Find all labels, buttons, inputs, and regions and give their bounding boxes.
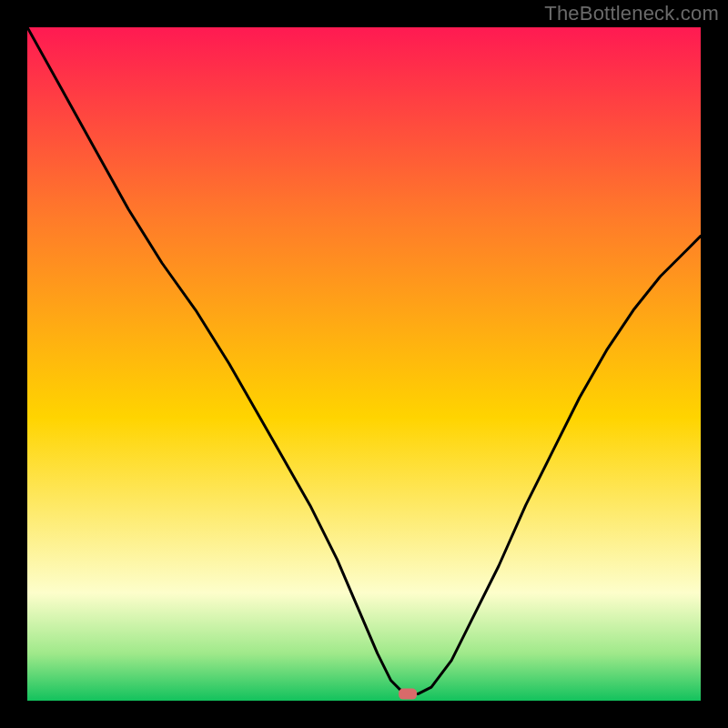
chart-svg [27, 27, 701, 701]
plot-area [27, 27, 701, 701]
chart-frame: TheBottleneck.com [0, 0, 728, 728]
watermark-text: TheBottleneck.com [544, 2, 719, 25]
optimal-marker [399, 689, 417, 700]
